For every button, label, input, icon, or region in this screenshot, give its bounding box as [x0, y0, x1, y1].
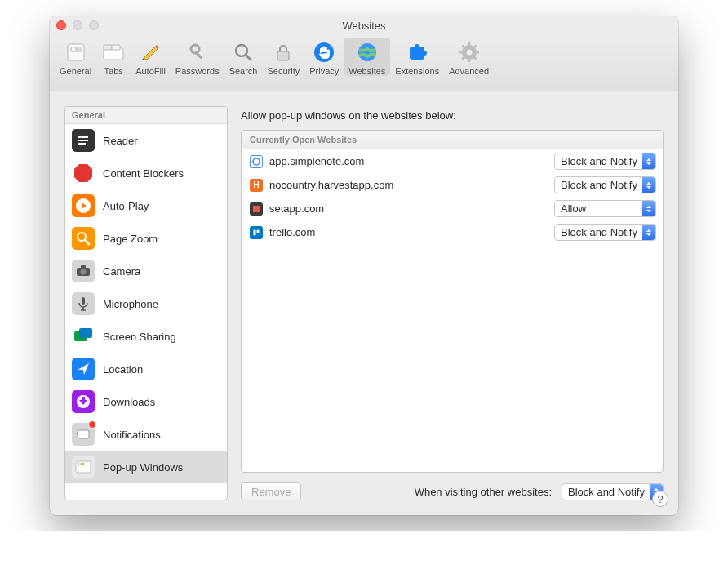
sidebar-item-label: Auto-Play	[103, 200, 149, 212]
svg-point-51	[80, 463, 82, 465]
svg-rect-30	[78, 140, 88, 141]
sidebar-item-label: Location	[103, 363, 143, 376]
toolbar-label: AutoFill	[135, 66, 166, 76]
play-icon	[72, 194, 95, 217]
sidebar: General Reader Content Blockers Auto-Pla…	[64, 106, 228, 500]
policy-select[interactable]: Allow	[554, 200, 656, 217]
sidebar-item-popup-windows[interactable]: Pop-up Windows	[65, 451, 227, 483]
toolbar-label: Tabs	[104, 66, 123, 76]
sidebar-item-autoplay[interactable]: Auto-Play	[65, 189, 227, 222]
favicon-icon: H	[250, 179, 263, 192]
sidebar-header: General	[65, 107, 227, 124]
download-icon	[72, 390, 95, 413]
svg-rect-44	[79, 328, 92, 338]
arrow-icon	[72, 358, 95, 380]
svg-rect-31	[78, 143, 86, 145]
key-icon	[185, 40, 210, 64]
toolbar-tabs[interactable]: Tabs	[96, 38, 131, 76]
sidebar-item-microphone[interactable]: Microphone	[65, 287, 227, 320]
svg-marker-45	[78, 363, 89, 375]
favicon-icon	[250, 226, 263, 239]
svg-point-53	[253, 158, 260, 165]
svg-rect-56	[257, 229, 260, 233]
policy-select[interactable]: Block and Notify	[554, 176, 656, 193]
svg-rect-24	[475, 51, 479, 54]
sidebar-item-screen-sharing[interactable]: Screen Sharing	[65, 320, 227, 353]
sidebar-item-location[interactable]: Location	[65, 353, 227, 385]
window-title: Websites	[50, 20, 678, 32]
puzzle-icon	[405, 40, 429, 64]
other-policy-select[interactable]: Block and Notify	[562, 483, 664, 500]
toolbar-label: Websites	[348, 66, 385, 76]
toolbar-advanced[interactable]: Advanced	[444, 38, 494, 76]
toolbar-passwords[interactable]: Passwords	[171, 38, 224, 76]
toolbar-label: Advanced	[449, 66, 489, 76]
svg-point-50	[78, 463, 79, 465]
svg-line-36	[85, 240, 89, 244]
help-button[interactable]: ?	[652, 491, 668, 507]
pencil-icon	[138, 40, 162, 64]
toolbar-label: Extensions	[395, 66, 439, 76]
panel-heading: Allow pop-up windows on the websites bel…	[241, 109, 664, 122]
website-host: trello.com	[269, 226, 554, 238]
toolbar-extensions[interactable]: Extensions	[390, 38, 444, 76]
toolbar-security[interactable]: Security	[262, 38, 304, 76]
remove-button[interactable]: Remove	[241, 482, 301, 500]
toolbar-label: Privacy	[309, 66, 339, 76]
toolbar-search[interactable]: Search	[224, 38, 263, 76]
sidebar-item-page-zoom[interactable]: Page Zoom	[65, 222, 227, 255]
toolbar-privacy[interactable]: Privacy	[304, 38, 344, 76]
svg-rect-13	[277, 51, 289, 60]
website-host: setapp.com	[269, 202, 554, 215]
website-row[interactable]: trello.com Block and Notify	[242, 220, 663, 244]
sidebar-item-camera[interactable]: Camera	[65, 255, 227, 287]
sidebar-item-reader[interactable]: Reader	[65, 124, 227, 157]
toolbar-label: Security	[267, 66, 300, 76]
svg-rect-48	[78, 430, 89, 438]
sidebar-item-notifications[interactable]: Notifications	[65, 418, 227, 451]
svg-rect-40	[82, 297, 85, 305]
sidebar-item-downloads[interactable]: Downloads	[65, 385, 227, 418]
websites-list: Currently Open Websites app.simplenote.c…	[241, 130, 664, 473]
sidebar-item-label: Downloads	[103, 396, 155, 408]
website-row[interactable]: app.simplenote.com Block and Notify	[242, 149, 663, 173]
reader-icon	[72, 129, 95, 152]
svg-rect-4	[104, 45, 112, 50]
footer-row: Remove When visiting other websites: Blo…	[241, 482, 664, 500]
sidebar-item-label: Camera	[103, 265, 140, 278]
magnifier-icon	[231, 40, 255, 64]
content-area: General Reader Content Blockers Auto-Pla…	[50, 91, 678, 515]
titlebar: Websites	[50, 16, 678, 34]
svg-rect-55	[254, 229, 256, 235]
sidebar-item-label: Screen Sharing	[103, 331, 176, 343]
sidebar-item-label: Reader	[103, 135, 138, 147]
svg-line-12	[246, 55, 251, 60]
screens-icon	[72, 325, 95, 348]
svg-point-9	[191, 45, 199, 53]
hand-icon	[312, 40, 336, 64]
toolbar-label: Search	[229, 66, 258, 76]
svg-rect-29	[78, 136, 88, 138]
website-row[interactable]: H nocountry.harvestapp.com Block and Not…	[242, 173, 663, 197]
other-websites-label: When visiting other websites:	[415, 486, 552, 498]
camera-icon	[72, 260, 95, 282]
svg-rect-5	[112, 45, 120, 50]
toolbar-general[interactable]: General	[55, 38, 96, 76]
toolbar-websites[interactable]: Websites	[344, 38, 390, 76]
svg-point-38	[81, 269, 87, 275]
svg-rect-22	[468, 58, 470, 62]
toolbar: General Tabs AutoFill Passwords Search S…	[50, 34, 678, 91]
sidebar-item-label: Notifications	[103, 429, 161, 441]
policy-select[interactable]: Block and Notify	[554, 153, 656, 170]
svg-rect-39	[81, 265, 86, 269]
svg-point-17	[415, 44, 419, 49]
toolbar-autofill[interactable]: AutoFill	[131, 38, 171, 76]
stepper-icon	[642, 153, 655, 169]
svg-point-52	[82, 463, 84, 465]
policy-select[interactable]: Block and Notify	[554, 224, 656, 241]
website-row[interactable]: setapp.com Allow	[242, 197, 663, 220]
sidebar-item-content-blockers[interactable]: Content Blockers	[65, 157, 227, 189]
globe-icon	[355, 40, 380, 64]
gear-icon	[457, 40, 482, 64]
sidebar-item-label: Page Zoom	[103, 233, 158, 245]
